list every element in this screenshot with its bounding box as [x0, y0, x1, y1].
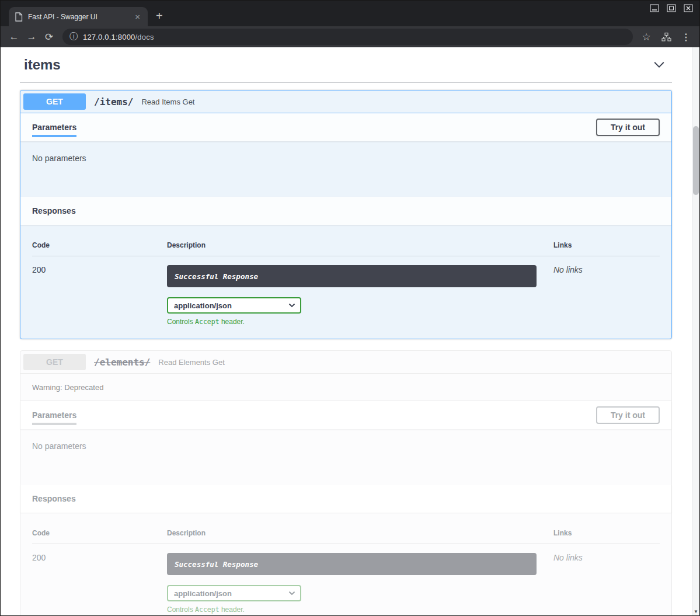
response-description-text: Successful Response — [175, 272, 258, 281]
operation-path: /items/ — [94, 96, 133, 107]
site-info-icon[interactable]: ⓘ — [69, 32, 78, 42]
close-icon — [684, 4, 693, 12]
media-type-select[interactable]: application/json — [167, 297, 301, 314]
browser-menu-button[interactable]: ⋮ — [677, 28, 695, 46]
responses-title: Responses — [32, 206, 76, 215]
responses-header: Responses — [20, 485, 671, 513]
response-description-text: Successful Response — [175, 560, 258, 569]
url-path: /docs — [135, 33, 154, 41]
close-button[interactable] — [683, 4, 694, 12]
operation-body: Parameters Try it out No parameters Resp… — [20, 113, 671, 339]
scrollbar-thumb[interactable] — [693, 126, 699, 195]
page-favicon-icon — [15, 12, 23, 22]
operation-summary[interactable]: GET /elements/ Read Elements Get — [20, 351, 671, 374]
links-column-header: Links — [553, 529, 660, 537]
chevron-down-icon — [288, 591, 295, 596]
accept-note-prefix: Controls — [167, 318, 195, 326]
try-it-out-button[interactable]: Try it out — [596, 119, 660, 136]
parameters-body: No parameters — [20, 429, 671, 485]
back-button[interactable]: ← — [5, 28, 23, 46]
parameters-tab: Parameters — [32, 123, 76, 132]
code-column-header: Code — [32, 529, 167, 537]
site-tree-icon[interactable] — [657, 28, 675, 46]
description-column-header: Description — [167, 241, 553, 249]
tag-title: items — [24, 57, 61, 73]
operation-block-read-elements-deprecated: GET /elements/ Read Elements Get Warning… — [20, 350, 672, 615]
maximize-button[interactable] — [666, 4, 677, 12]
operation-summary[interactable]: GET /items/ Read Items Get — [20, 91, 671, 113]
scrollbar-track[interactable]: ▼ — [692, 47, 699, 615]
operation-summary-text: Read Items Get — [141, 98, 194, 106]
browser-window: Fast API - Swagger UI × + ← → ⟳ ⓘ 127.0.… — [0, 0, 700, 616]
toolbar-right-icons: ☆ ⋮ — [638, 28, 695, 46]
response-description-cell: Successful Response application/json Con… — [167, 553, 553, 614]
operation-body: Warning: Deprecated Parameters Try it ou… — [20, 374, 671, 615]
responses-body: Code Description Links 200 Successful Re… — [20, 513, 671, 615]
chevron-down-icon[interactable] — [652, 58, 666, 72]
links-column-header: Links — [553, 241, 660, 249]
media-type-value: application/json — [174, 301, 232, 310]
response-description-box: Successful Response — [167, 265, 537, 287]
tag-section-header[interactable]: items — [20, 55, 672, 83]
accept-header-note: Controls Accept header. — [167, 318, 553, 326]
description-column-header: Description — [167, 529, 553, 537]
parameters-header: Parameters Try it out — [20, 113, 671, 141]
parameters-tab-label: Parameters — [32, 123, 76, 132]
forward-button[interactable]: → — [23, 28, 40, 46]
site-tree-glyph-icon — [661, 32, 671, 42]
code-column-header: Code — [32, 241, 167, 249]
parameters-body: No parameters — [20, 141, 671, 197]
response-code: 200 — [32, 553, 167, 614]
response-description-cell: Successful Response application/json Con… — [167, 265, 553, 326]
scroll-down-button[interactable]: ▼ — [692, 607, 699, 615]
url-host: 127.0.0.1:8000 — [83, 33, 135, 41]
browser-tab[interactable]: Fast API - Swagger UI × — [9, 7, 148, 26]
bookmark-star-icon[interactable]: ☆ — [638, 28, 655, 46]
url-text: 127.0.0.1:8000/docs — [83, 33, 154, 41]
tab-title: Fast API - Swagger UI — [28, 13, 128, 21]
page-content: items GET /items/ Read Items Get Paramet… — [1, 47, 699, 615]
parameters-header: Parameters Try it out — [20, 401, 671, 429]
method-badge: GET — [23, 354, 86, 370]
response-row: 200 Successful Response application/json… — [32, 544, 660, 614]
tab-bar: Fast API - Swagger UI × + — [1, 1, 699, 26]
address-bar[interactable]: ⓘ 127.0.0.1:8000/docs — [62, 29, 633, 45]
chevron-down-icon — [288, 303, 295, 308]
responses-table-header: Code Description Links — [32, 241, 660, 256]
accept-note-code: Accept — [195, 605, 220, 614]
responses-body: Code Description Links 200 Successful Re… — [20, 225, 671, 339]
responses-table-header: Code Description Links — [32, 529, 660, 544]
deprecation-warning: Warning: Deprecated — [20, 374, 671, 401]
accept-note-suffix: header. — [220, 605, 245, 614]
browser-toolbar: ← → ⟳ ⓘ 127.0.0.1:8000/docs ☆ ⋮ — [1, 26, 699, 47]
new-tab-button[interactable]: + — [156, 10, 163, 22]
no-parameters-text: No parameters — [32, 441, 660, 451]
minimize-button[interactable] — [649, 4, 660, 12]
links-value: No links — [553, 265, 660, 326]
operation-path: /elements/ — [94, 357, 150, 368]
reload-button[interactable]: ⟳ — [40, 28, 58, 46]
media-type-value: application/json — [174, 589, 232, 598]
parameters-tab: Parameters — [32, 410, 76, 420]
response-code: 200 — [32, 265, 167, 326]
links-value: No links — [553, 553, 660, 614]
operation-block-read-items: GET /items/ Read Items Get Parameters Tr… — [20, 90, 672, 339]
try-it-out-button[interactable]: Try it out — [596, 406, 660, 424]
responses-header: Responses — [20, 197, 671, 225]
media-type-select[interactable]: application/json — [167, 585, 301, 601]
no-parameters-text: No parameters — [32, 154, 660, 163]
accept-note-prefix: Controls — [167, 605, 195, 614]
accept-header-note: Controls Accept header. — [167, 605, 553, 614]
accept-note-suffix: header. — [220, 318, 245, 326]
swagger-page: items GET /items/ Read Items Get Paramet… — [1, 47, 699, 615]
minimize-icon — [650, 4, 659, 12]
responses-title: Responses — [32, 494, 76, 503]
window-controls — [649, 4, 694, 12]
response-row: 200 Successful Response application/json… — [32, 256, 660, 326]
operation-summary-text: Read Elements Get — [158, 358, 224, 367]
method-badge: GET — [23, 93, 86, 110]
parameters-tab-label: Parameters — [32, 410, 76, 420]
maximize-icon — [667, 4, 676, 12]
tab-close-button[interactable]: × — [133, 12, 142, 22]
accept-note-code: Accept — [195, 318, 220, 326]
